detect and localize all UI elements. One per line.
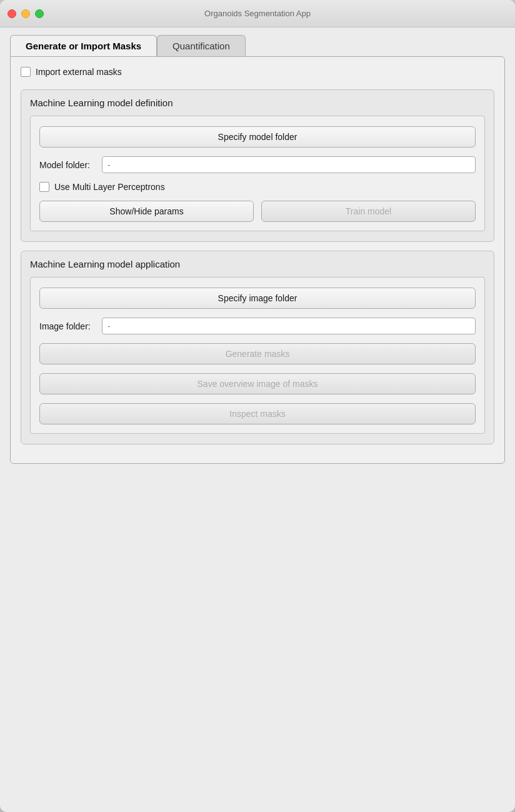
model-folder-input[interactable] [102, 156, 476, 173]
minimize-button[interactable] [21, 9, 30, 18]
ml-model-application-title: Machine Learning model application [30, 259, 485, 269]
ml-model-application-inner: Specify image folder Image folder: Gener… [30, 277, 485, 434]
traffic-lights [8, 9, 44, 18]
specify-image-folder-button[interactable]: Specify image folder [39, 288, 476, 309]
tab-bar: Generate or Import Masks Quantification [10, 35, 505, 56]
save-overview-button[interactable]: Save overview image of masks [39, 373, 476, 394]
image-folder-label: Image folder: [39, 321, 96, 331]
train-model-button[interactable]: Train model [261, 201, 476, 222]
model-folder-label: Model folder: [39, 160, 96, 170]
specify-model-folder-button[interactable]: Specify model folder [39, 126, 476, 148]
image-folder-row: Image folder: [39, 318, 476, 334]
use-mlp-label: Use Multi Layer Perceptrons [54, 182, 165, 192]
tab-quantification[interactable]: Quantification [157, 35, 246, 56]
model-action-buttons: Show/Hide params Train model [39, 201, 476, 222]
main-content: Generate or Import Masks Quantification … [0, 28, 515, 812]
use-mlp-row: Use Multi Layer Perceptrons [39, 182, 476, 192]
maximize-button[interactable] [35, 9, 44, 18]
tab-generate[interactable]: Generate or Import Masks [10, 35, 157, 56]
inspect-masks-button[interactable]: Inspect masks [39, 403, 476, 424]
app-window: Organoids Segmentation App Generate or I… [0, 0, 515, 812]
import-external-masks-checkbox[interactable] [21, 67, 31, 77]
model-folder-row: Model folder: [39, 156, 476, 173]
window-title: Organoids Segmentation App [204, 9, 311, 18]
use-mlp-checkbox[interactable] [39, 182, 49, 192]
ml-model-application-section: Machine Learning model application Speci… [21, 251, 494, 444]
import-masks-row: Import external masks [21, 67, 494, 77]
close-button[interactable] [8, 9, 16, 18]
titlebar: Organoids Segmentation App [0, 0, 515, 28]
ml-model-definition-section: Machine Learning model definition Specif… [21, 89, 494, 242]
ml-model-definition-inner: Specify model folder Model folder: Use M… [30, 116, 485, 231]
image-folder-input[interactable] [102, 318, 476, 334]
show-hide-params-button[interactable]: Show/Hide params [39, 201, 254, 222]
import-external-masks-label: Import external masks [36, 67, 122, 77]
tab-panel-generate: Import external masks Machine Learning m… [10, 56, 505, 464]
generate-masks-button[interactable]: Generate masks [39, 343, 476, 364]
ml-model-definition-title: Machine Learning model definition [30, 98, 485, 108]
